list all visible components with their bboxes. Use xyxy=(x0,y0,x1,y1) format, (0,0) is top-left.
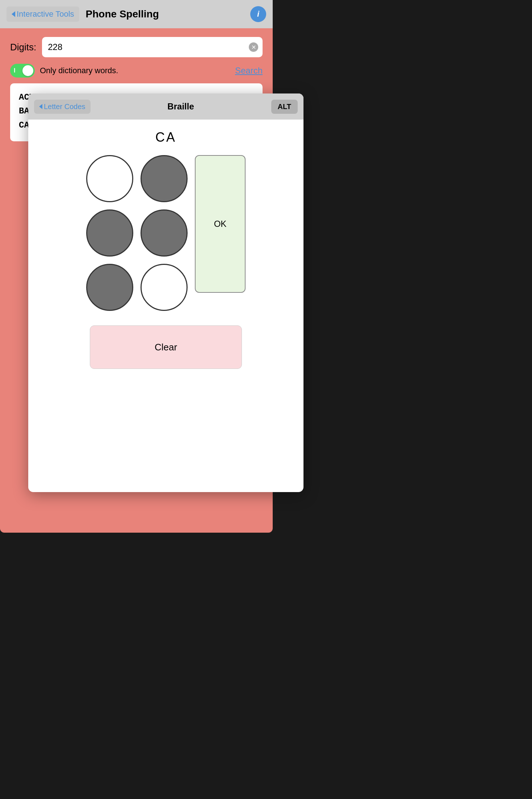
braille-dot-5[interactable] xyxy=(86,264,133,311)
alt-button[interactable]: ALT xyxy=(271,100,298,114)
modal-content: CA OK Clear xyxy=(28,120,303,379)
braille-dot-4[interactable] xyxy=(141,209,188,257)
braille-dot-3[interactable] xyxy=(86,209,133,257)
back-label: Interactive Tools xyxy=(17,9,74,19)
modal-nav: Letter Codes Braille ALT xyxy=(28,93,303,120)
search-area: Digits: ✕ I Only dictionary words. Searc… xyxy=(0,28,273,83)
ok-button-wrapper: OK xyxy=(195,155,246,293)
modal-title: Braille xyxy=(167,101,194,112)
modal-back-button[interactable]: Letter Codes xyxy=(34,100,91,114)
modal-overlay: Letter Codes Braille ALT CA OK xyxy=(28,93,303,492)
clear-input-button[interactable]: ✕ xyxy=(249,42,258,52)
braille-display-text: CA xyxy=(155,130,176,145)
braille-right-col xyxy=(141,155,188,311)
modal-back-label: Letter Codes xyxy=(44,103,85,111)
digits-input-wrapper: ✕ xyxy=(42,37,263,57)
back-arrow-icon xyxy=(12,11,15,17)
digits-row: Digits: ✕ xyxy=(10,37,263,57)
braille-grid: OK xyxy=(86,155,246,311)
dictionary-toggle[interactable]: I xyxy=(10,64,35,78)
clear-button[interactable]: Clear xyxy=(90,325,242,369)
options-row: I Only dictionary words. Search xyxy=(10,64,263,78)
nav-left: Interactive Tools Phone Spelling xyxy=(7,7,159,22)
toggle-knob xyxy=(22,65,33,76)
back-button[interactable]: Interactive Tools xyxy=(7,7,79,22)
braille-dot-6[interactable] xyxy=(141,264,188,311)
digits-input[interactable] xyxy=(42,37,263,57)
info-button[interactable]: i xyxy=(250,6,266,22)
info-icon: i xyxy=(257,9,259,19)
nav-bar: Interactive Tools Phone Spelling i xyxy=(0,0,273,28)
toggle-on-icon: I xyxy=(14,67,15,74)
ok-button[interactable]: OK xyxy=(195,155,246,293)
braille-dot-2[interactable] xyxy=(141,155,188,202)
modal-back-arrow-icon xyxy=(39,104,42,109)
page-title: Phone Spelling xyxy=(86,8,159,20)
braille-left-col xyxy=(86,155,133,311)
digits-label: Digits: xyxy=(10,42,36,53)
braille-dot-1[interactable] xyxy=(86,155,133,202)
toggle-group: I Only dictionary words. xyxy=(10,64,118,78)
search-button[interactable]: Search xyxy=(235,66,263,76)
dictionary-only-text: Only dictionary words. xyxy=(40,66,118,75)
